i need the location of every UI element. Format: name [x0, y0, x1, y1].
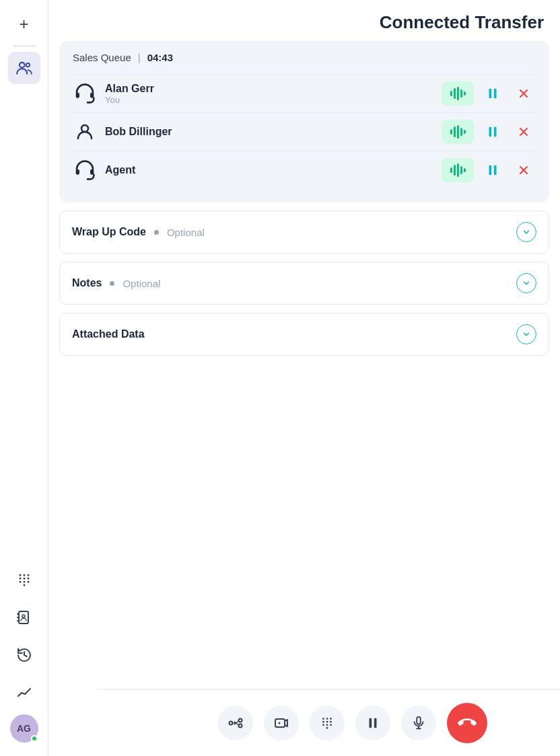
chevron-down-icon[interactable]	[516, 273, 536, 293]
svg-point-5	[19, 578, 21, 580]
participant-row: Agent	[73, 151, 536, 189]
headset-icon	[74, 83, 96, 104]
call-panel: Sales Queue | 04:43 Alan Gerr You	[59, 41, 549, 202]
svg-rect-18	[90, 93, 94, 98]
svg-point-8	[19, 581, 21, 583]
section-header-left: Notes Optional	[72, 277, 160, 289]
queue-name: Sales Queue	[73, 52, 131, 63]
svg-point-45	[326, 720, 328, 722]
svg-point-46	[330, 720, 332, 722]
header: Connected Transfer	[48, 0, 560, 41]
sidebar-item-address-book[interactable]	[8, 601, 40, 634]
notes-header[interactable]: Notes Optional	[60, 262, 549, 304]
close-icon	[517, 87, 530, 100]
chevron-icon	[522, 278, 531, 288]
transfer-button[interactable]	[218, 706, 253, 741]
page-title: Connected Transfer	[380, 12, 544, 33]
optional-dot	[110, 281, 114, 286]
pause-button-bob[interactable]	[481, 120, 505, 144]
bottom-toolbar	[97, 689, 560, 756]
wave-button-agent[interactable]	[442, 158, 474, 182]
svg-rect-28	[76, 169, 79, 175]
wrap-up-code-header[interactable]: Wrap Up Code Optional	[60, 211, 549, 253]
hold-button[interactable]	[355, 706, 390, 741]
participant-info-agent: Agent	[105, 164, 442, 176]
close-button-agent[interactable]	[512, 158, 536, 182]
close-icon	[517, 163, 530, 177]
analytics-icon	[16, 685, 32, 701]
section-header-left: Wrap Up Code Optional	[72, 226, 205, 238]
section-header-left: Attached Data	[72, 328, 145, 340]
mute-icon	[411, 716, 426, 730]
participant-actions-alan	[442, 81, 536, 106]
section-label: Notes	[72, 277, 102, 289]
close-icon	[517, 125, 530, 139]
dialpad-icon	[16, 572, 32, 588]
sidebar-bottom: AG	[8, 564, 40, 756]
avatar-initials: AG	[17, 723, 31, 734]
chevron-down-icon[interactable]	[516, 222, 536, 242]
pause-icon	[485, 124, 500, 139]
svg-rect-29	[90, 169, 94, 175]
svg-point-16	[22, 615, 25, 617]
svg-rect-20	[494, 89, 497, 99]
svg-point-41	[322, 718, 324, 720]
section-optional-text: Optional	[167, 227, 205, 238]
header-divider: |	[138, 52, 141, 63]
close-button-bob[interactable]	[512, 120, 536, 144]
person-icon	[75, 122, 95, 142]
svg-point-40	[279, 722, 281, 724]
contacts-icon	[15, 59, 33, 77]
call-panel-header: Sales Queue | 04:43	[73, 52, 536, 63]
svg-point-0	[19, 63, 24, 68]
svg-rect-17	[76, 93, 79, 98]
dialpad-icon	[320, 716, 335, 730]
section-optional-text: Optional	[123, 278, 160, 289]
participant-name: Agent	[105, 164, 442, 176]
svg-rect-31	[494, 165, 497, 176]
participant-info-bob: Bob Dillinger	[105, 126, 442, 138]
svg-point-1	[26, 63, 29, 67]
wave-button-bob[interactable]	[442, 120, 474, 144]
svg-point-43	[330, 718, 332, 720]
sidebar-item-analytics[interactable]	[8, 677, 40, 709]
record-icon	[273, 715, 289, 731]
pause-button-alan[interactable]	[481, 81, 505, 106]
history-icon	[16, 647, 32, 663]
dialpad-button[interactable]	[310, 706, 345, 741]
participant-row: Alan Gerr You	[73, 74, 536, 112]
close-button-alan[interactable]	[512, 81, 536, 106]
online-indicator	[31, 735, 38, 742]
wave-bars	[450, 125, 466, 139]
wave-button-alan[interactable]	[442, 81, 474, 106]
participant-actions-bob	[442, 120, 536, 144]
attached-data-header[interactable]: Attached Data	[60, 313, 549, 355]
participant-row: Bob Dillinger	[73, 112, 536, 151]
svg-point-4	[27, 574, 29, 576]
mute-button[interactable]	[401, 706, 436, 741]
section-label: Attached Data	[72, 328, 145, 340]
svg-point-49	[330, 724, 332, 726]
sidebar-item-history[interactable]	[8, 639, 40, 671]
svg-point-2	[19, 574, 21, 576]
end-call-button[interactable]	[447, 703, 487, 743]
svg-rect-52	[374, 718, 377, 728]
avatar[interactable]: AG	[10, 714, 38, 743]
svg-point-11	[23, 584, 25, 587]
svg-point-9	[23, 581, 25, 583]
svg-line-38	[236, 723, 239, 725]
address-book-icon	[16, 609, 32, 626]
wave-bars	[450, 163, 466, 177]
chevron-down-icon[interactable]	[516, 324, 536, 344]
add-button[interactable]: +	[11, 11, 38, 38]
sidebar-item-dialpad[interactable]	[8, 564, 40, 596]
sidebar-item-contacts[interactable]	[8, 52, 40, 84]
call-timer: 04:43	[147, 52, 173, 63]
participant-info-alan: Alan Gerr You	[105, 83, 442, 105]
svg-point-42	[326, 718, 328, 720]
pause-button-agent[interactable]	[481, 158, 505, 182]
record-button[interactable]	[264, 706, 299, 741]
svg-point-3	[23, 574, 25, 576]
main-content: Connected Transfer Sales Queue | 04:43 A…	[48, 0, 560, 756]
participant-icon-alan	[73, 81, 97, 106]
